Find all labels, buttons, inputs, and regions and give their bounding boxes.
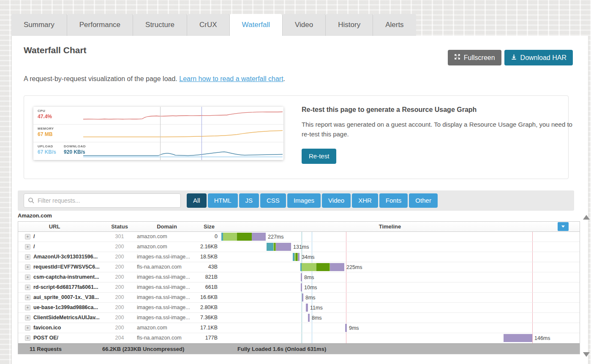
expand-row-button[interactable]: + [25,274,30,280]
request-size: 177B [187,335,218,341]
table-header: URL Status Domain Size Timeline [18,222,580,232]
tab-crux[interactable]: CrUX [187,14,230,36]
cpu-line [33,107,283,124]
expand-row-button[interactable]: + [25,285,30,290]
filter-requests-input[interactable] [24,193,181,208]
retest-button[interactable]: Re-test [302,149,336,164]
request-status: 200 [109,284,130,290]
timeline-duration-label: 227ms [268,234,284,240]
fullscreen-button[interactable]: Fullscreen [448,50,501,65]
expand-row-button[interactable]: + [25,295,30,300]
tab-structure[interactable]: Structure [133,14,187,36]
expand-row-button[interactable]: + [25,234,30,239]
tab-alerts[interactable]: Alerts [373,14,416,36]
timeline-bar: 225ms [300,263,362,271]
filter-button-all[interactable]: All [187,193,207,208]
cpu-label: CPU [38,109,52,113]
request-url: ClientSideMetricsAUIJav... [33,315,109,321]
download-har-button[interactable]: Download HAR [504,50,573,65]
tab-summary[interactable]: Summary [11,14,67,36]
filter-button-images[interactable]: Images [287,193,321,208]
timeline-duration-label: 34ms [302,254,315,260]
scroll-down-arrow[interactable] [583,352,590,357]
table-body: +/301amazon.com0227ms+/200amazon.com2.16… [18,232,580,343]
bar-segment-purple [276,243,291,251]
request-size: 2.16KB [187,244,218,250]
request-url: / [33,244,109,250]
footer-load-time: Fully Loaded 1.6s (Onload 631ms) [237,346,326,352]
expand-row-button[interactable]: + [25,335,30,341]
cpu-section: CPU 47.4% [33,107,283,125]
bar-segment-green [302,263,316,271]
timeline-bar: 34ms [293,253,315,261]
timeline-duration-label: 8ms [305,295,316,301]
upload-value: 67 KB/s [38,149,56,155]
request-row[interactable]: +ue-base-1c399ad9886ca...200images-na.ss… [18,303,580,313]
request-row[interactable]: +csm-captcha-instrument...200images-na.s… [18,272,580,283]
page-title: Waterfall Chart [24,45,87,55]
content-card: Waterfall Chart Fullscreen Download HAR … [11,36,588,364]
request-row[interactable]: +aui_sprite_0007-1x._V38...200images-na.… [18,293,580,303]
filter-button-xhr[interactable]: XHR [352,193,378,208]
request-row[interactable]: +favicon.ico200amazon.com17.1KB9ms [18,323,580,333]
bar-segment-purple [306,304,308,312]
request-status: 200 [109,325,130,331]
filter-button-css[interactable]: CSS [260,193,286,208]
request-url: / [33,234,109,239]
waterfall-table: URL Status Domain Size Timeline +/301ama… [18,221,580,354]
expand-row-button[interactable]: + [25,264,30,270]
waterfall-help-link[interactable]: Learn how to read a waterfall chart [179,75,283,82]
request-size: 43B [187,264,218,270]
download-icon [511,54,517,62]
request-size: 18.5KB [187,254,218,260]
download-har-label: Download HAR [520,54,566,62]
request-row[interactable]: +rd-script-6d68177fa6061...200images-na.… [18,283,580,293]
request-size: 7.36KB [187,315,218,321]
expand-row-button[interactable]: + [25,254,30,260]
description-text: A request-by-request visualization of th… [24,75,177,82]
filter-button-js[interactable]: JS [239,193,259,208]
timeline-options-dropdown[interactable] [558,222,569,231]
request-size: 661B [187,284,218,290]
request-status: 200 [109,274,130,280]
tab-waterfall[interactable]: Waterfall [230,14,283,36]
filter-button-fonts[interactable]: Fonts [379,193,408,208]
request-row[interactable]: +/200amazon.com2.16KB131ms [18,242,580,252]
request-status: 200 [109,294,130,300]
request-status: 204 [109,335,130,341]
request-row[interactable]: +/301amazon.com0227ms [18,232,580,242]
timeline-duration-label: 225ms [346,264,362,270]
filter-button-html[interactable]: HTML [208,193,238,208]
tab-video[interactable]: Video [283,14,326,36]
bar-segment-teal [267,243,273,251]
filter-button-video[interactable]: Video [322,193,351,208]
timeline-bar: 131ms [267,243,309,251]
filter-button-other[interactable]: Other [409,193,438,208]
timeline-duration-label: 8ms [304,274,314,280]
expand-row-button[interactable]: + [25,325,30,331]
page-description: A request-by-request visualization of th… [24,75,285,83]
expand-row-button[interactable]: + [25,305,30,310]
timeline-duration-label: 10ms [304,285,317,291]
request-row[interactable]: +ClientSideMetricsAUIJav...200images-na.… [18,313,580,323]
request-status: 200 [109,304,130,310]
request-url: csm-captcha-instrument... [33,274,109,280]
request-size: 17.1KB [187,325,218,331]
resource-panel-heading: Re-test this page to generate a Resource… [302,106,575,114]
expand-row-button[interactable]: + [25,244,30,250]
request-row[interactable]: +POST OE/204fls-na.amazon.com177B146ms [18,333,580,343]
search-icon [28,197,35,204]
bar-segment-purple [330,263,344,271]
site-label: Amazon.com [18,212,589,221]
tab-history[interactable]: History [326,14,373,36]
scroll-up-arrow[interactable] [583,215,590,220]
expand-row-button[interactable]: + [25,315,30,321]
request-size: 16.6KB [187,294,218,300]
memory-value: 67 MB [38,131,54,137]
request-status: 200 [109,254,130,260]
graph-cursor-line [160,107,161,160]
tab-performance[interactable]: Performance [67,14,133,36]
request-row[interactable]: +AmazonUI-3c913031596...200images-na.ssl… [18,252,580,262]
resource-panel-body: This report was generated on a guest acc… [302,120,575,139]
request-row[interactable]: +requestId=EVF7WSV5C6...200fls-na.amazon… [18,262,580,272]
